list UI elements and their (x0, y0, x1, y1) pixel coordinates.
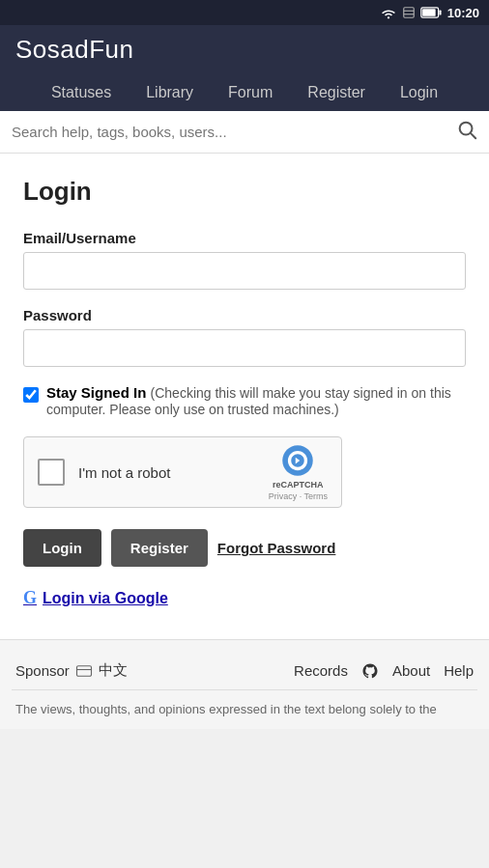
email-input[interactable] (23, 252, 466, 290)
time-display: 10:20 (447, 6, 479, 20)
login-card: Login Email/Username Password Stay Signe… (0, 154, 489, 640)
signal-icon (402, 6, 416, 19)
password-label: Password (23, 307, 466, 323)
search-input[interactable] (12, 124, 456, 140)
recaptcha-label: I'm not a robot (78, 464, 269, 481)
footer: Sponsor 中文 Records About Help The views,… (0, 640, 489, 729)
svg-rect-4 (422, 9, 436, 16)
nav-register[interactable]: Register (290, 74, 383, 111)
footer-left: Sponsor 中文 (15, 661, 128, 680)
svg-rect-5 (439, 10, 441, 14)
about-label[interactable]: About (392, 662, 430, 679)
footer-disclaimer: The views, thoughts, and opinions expres… (12, 690, 477, 729)
register-button[interactable]: Register (111, 529, 208, 567)
svg-rect-8 (76, 665, 91, 676)
wifi-icon (380, 6, 397, 19)
action-buttons: Login Register Forgot Password (23, 529, 466, 567)
search-icon[interactable] (456, 119, 477, 145)
footer-right: Records About Help (294, 662, 474, 680)
header: SosadFun Statuses Library Forum Register… (0, 25, 489, 111)
recaptcha-brand: reCAPTCHA (273, 480, 324, 490)
navigation: Statuses Library Forum Register Login (15, 74, 474, 111)
svg-rect-0 (404, 8, 415, 18)
svg-line-7 (471, 133, 475, 138)
records-label[interactable]: Records (294, 662, 348, 679)
recaptcha-widget[interactable]: I'm not a robot reCAPTCHA Privacy · Term… (23, 436, 342, 508)
main-content: Login Email/Username Password Stay Signe… (0, 154, 489, 640)
stay-signed-text: Stay Signed In (Checking this will make … (46, 384, 466, 417)
stay-signed-checkbox[interactable] (23, 387, 39, 403)
status-icons (380, 6, 442, 19)
google-icon: G (23, 588, 37, 608)
battery-icon (420, 7, 442, 18)
search-bar (0, 111, 489, 154)
nav-statuses[interactable]: Statuses (34, 74, 129, 111)
sponsor-label[interactable]: Sponsor (15, 662, 70, 679)
email-label: Email/Username (23, 230, 466, 246)
github-icon[interactable] (361, 662, 379, 680)
footer-links: Sponsor 中文 Records About Help (12, 652, 477, 690)
recaptcha-icon (280, 443, 315, 478)
site-title[interactable]: SosadFun (15, 35, 474, 74)
forgot-password-link[interactable]: Forgot Password (217, 540, 336, 556)
sponsor-icon (75, 664, 93, 678)
status-bar: 10:20 (0, 0, 489, 25)
stay-signed-row: Stay Signed In (Checking this will make … (23, 384, 466, 417)
recaptcha-logo: reCAPTCHA Privacy · Terms (269, 443, 328, 501)
password-input[interactable] (23, 329, 466, 367)
nav-forum[interactable]: Forum (211, 74, 290, 111)
google-login[interactable]: G Login via Google (23, 588, 466, 608)
chinese-label[interactable]: 中文 (99, 661, 128, 680)
recaptcha-checkbox[interactable] (38, 459, 65, 486)
login-button[interactable]: Login (23, 529, 101, 567)
login-title: Login (23, 177, 466, 207)
nav-login[interactable]: Login (383, 74, 455, 111)
nav-library[interactable]: Library (129, 74, 211, 111)
help-label[interactable]: Help (444, 662, 474, 679)
google-login-text: Login via Google (43, 590, 168, 607)
recaptcha-links: Privacy · Terms (269, 491, 328, 501)
